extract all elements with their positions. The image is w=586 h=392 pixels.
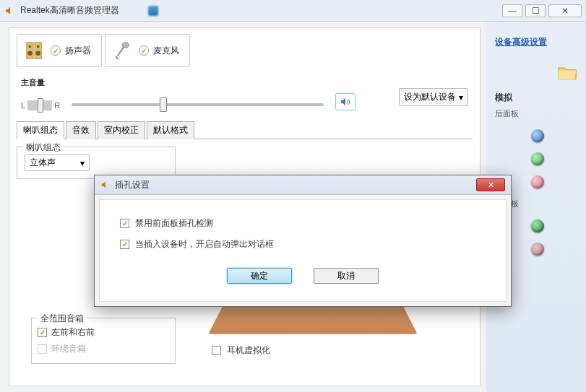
minimize-button[interactable]: —	[502, 4, 522, 17]
speaker-config-dropdown[interactable]: 立体声 ▾	[25, 154, 90, 171]
fullrange-surround-label: 环绕音箱	[51, 343, 86, 355]
mute-button[interactable]	[335, 93, 356, 110]
checkbox-checked-icon[interactable]	[120, 219, 129, 228]
titlebar-extra	[148, 4, 193, 17]
mic-icon	[111, 39, 134, 62]
balance-slider[interactable]	[27, 100, 52, 110]
dialog-body: 禁用前面板插孔检测 当插入设备时，开启自动弹出对话框 确定 取消	[99, 199, 507, 302]
svg-point-4	[37, 45, 40, 48]
dialog-title: 插孔设置	[115, 179, 472, 191]
subtab-config[interactable]: 喇叭组态	[17, 121, 64, 139]
volume-row: L R 设为默认设备 ▾	[17, 88, 473, 121]
fullrange-surround-row: 环绕音箱	[38, 341, 169, 357]
cancel-button[interactable]: 取消	[314, 268, 379, 284]
maximize-button[interactable]: ☐	[525, 4, 546, 17]
speaker-sound-icon	[339, 96, 352, 108]
svg-line-7	[118, 47, 124, 56]
dialog-option-1[interactable]: 禁用前面板插孔检测	[120, 213, 486, 234]
jack-front-green[interactable]	[531, 219, 544, 232]
fullrange-group: 全范围音箱 左前和右前 环绕音箱	[31, 318, 176, 364]
window-title: Realtek高清晰音频管理器	[20, 4, 119, 17]
jack-green[interactable]	[531, 152, 544, 165]
jack-settings-dialog: 插孔设置 ✕ 禁用前面板插孔检测 当插入设备时，开启自动弹出对话框 确定 取消	[94, 175, 512, 307]
jack-blue[interactable]	[531, 129, 544, 142]
svg-rect-3	[35, 43, 41, 59]
checkbox-checked-icon[interactable]	[120, 240, 129, 249]
volume-slider[interactable]	[72, 103, 324, 106]
speaker-app-icon	[4, 5, 16, 17]
svg-point-1	[29, 45, 32, 48]
dialog-option-1-label: 禁用前面板插孔检测	[135, 217, 213, 230]
tab-speaker[interactable]: 扬声器	[17, 34, 102, 67]
folder-icon[interactable]	[557, 65, 577, 81]
default-device-label: 设为默认设备	[404, 91, 456, 103]
balance-left: L	[21, 101, 25, 110]
speaker-config-legend: 喇叭组态	[23, 141, 64, 154]
analog-label: 模拟	[495, 92, 577, 104]
tab-speaker-label: 扬声器	[65, 45, 91, 57]
balance-right: R	[54, 101, 60, 110]
check-badge-icon	[51, 45, 61, 56]
titlebar-extra-text	[167, 4, 193, 17]
device-tabs: 扬声器 麦克风	[17, 34, 473, 67]
checkbox-checked-icon[interactable]	[38, 328, 47, 337]
subtab-room[interactable]: 室内校正	[98, 121, 145, 139]
balance-control[interactable]: L R	[21, 100, 60, 110]
dialog-option-2[interactable]: 当插入设备时，开启自动弹出对话框	[120, 234, 486, 255]
speaker-icon	[100, 180, 111, 190]
subtab-effects[interactable]: 音效	[66, 121, 96, 139]
shield-icon	[148, 6, 158, 16]
jack-pink[interactable]	[531, 175, 544, 188]
rear-panel-label: 后面板	[495, 108, 577, 119]
svg-point-2	[27, 51, 33, 56]
headphone-virt-row[interactable]: 耳机虚拟化	[212, 344, 270, 357]
tab-mic[interactable]: 麦克风	[105, 34, 190, 67]
checkbox-disabled-icon	[38, 344, 47, 354]
check-badge-icon	[139, 45, 149, 56]
volume-label: 主音量	[21, 77, 468, 88]
fullrange-front-row[interactable]: 左前和右前	[38, 324, 169, 341]
speaker-icon	[23, 39, 46, 62]
jack-front-grey[interactable]	[531, 243, 544, 256]
close-button[interactable]: ✕	[548, 4, 582, 17]
speaker-config-value: 立体声	[30, 157, 56, 169]
checkbox-icon[interactable]	[212, 346, 221, 355]
fullrange-front-label: 左前和右前	[51, 326, 95, 339]
dialog-titlebar: 插孔设置 ✕	[95, 175, 511, 195]
svg-point-5	[35, 51, 40, 56]
chevron-down-icon: ▾	[459, 92, 463, 103]
advanced-settings-link[interactable]: 设备高级设置	[495, 36, 577, 48]
headphone-virt-label: 耳机虚拟化	[227, 344, 270, 357]
default-device-dropdown[interactable]: 设为默认设备 ▾	[399, 88, 468, 106]
ok-button[interactable]: 确定	[227, 268, 292, 284]
dialog-option-2-label: 当插入设备时，开启自动弹出对话框	[135, 238, 274, 251]
chevron-down-icon: ▾	[80, 158, 85, 168]
fullrange-legend: 全范围音箱	[38, 313, 87, 325]
svg-rect-0	[27, 43, 33, 59]
subtab-format[interactable]: 默认格式	[147, 121, 194, 139]
sub-tabs: 喇叭组态 音效 室内校正 默认格式	[17, 121, 473, 139]
titlebar: Realtek高清晰音频管理器 — ☐ ✕	[0, 0, 586, 22]
dialog-close-button[interactable]: ✕	[476, 178, 505, 191]
window-controls: — ☐ ✕	[502, 4, 582, 17]
tab-mic-label: 麦克风	[153, 45, 179, 57]
